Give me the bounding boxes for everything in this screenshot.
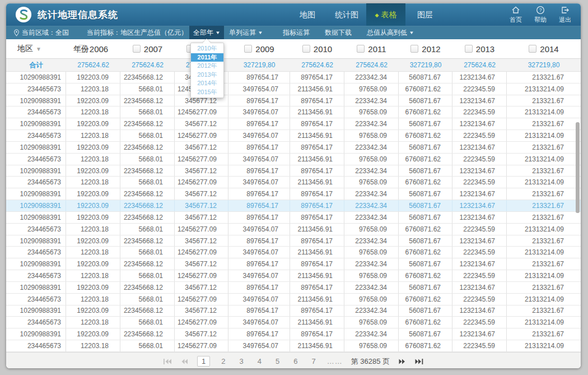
home-button[interactable]: 首页	[506, 6, 526, 24]
year-column-header[interactable]: 2014	[507, 44, 581, 54]
cell: 192203.09	[66, 95, 120, 107]
cell: 897654.17	[228, 328, 290, 340]
year-checkbox[interactable]	[133, 45, 141, 53]
logout-button[interactable]: 退出	[555, 6, 575, 24]
table-row[interactable]: 234465673 12203.18 5668.01 12456277.09 3…	[6, 107, 581, 118]
page-number[interactable]: 2	[218, 357, 228, 366]
year-dropdown-item[interactable]: 2011年	[191, 53, 223, 62]
next-page-button[interactable]	[398, 358, 406, 365]
year-column-header[interactable]: 2007	[120, 44, 175, 54]
cell: 192203.09	[66, 212, 120, 223]
year-dropdown-item[interactable]: 2010年	[191, 44, 223, 53]
table-row[interactable]: 10290988391 192203.09 22345668.12 345677…	[6, 235, 581, 247]
table-row[interactable]: 234465673 12203.18 5668.01 12456277.09 3…	[6, 317, 581, 328]
cell: 22345668.12	[120, 212, 175, 223]
nav-tab[interactable]: ◆表格	[366, 3, 405, 26]
vertical-scrollbar-thumb[interactable]	[576, 122, 580, 213]
year-checkbox[interactable]	[465, 45, 473, 53]
cell: 2113456.91	[290, 84, 344, 95]
data-download-button[interactable]: 数据下载	[325, 26, 352, 39]
cell: 223342.34	[344, 72, 399, 83]
year-checkbox[interactable]	[244, 45, 252, 53]
year-column-header[interactable]: 2009	[228, 44, 290, 54]
active-tab-diamond-icon: ◆	[375, 12, 379, 18]
last-page-button[interactable]	[414, 358, 424, 365]
table-row[interactable]: 234465673 12203.18 5668.01 12456277.09 3…	[6, 130, 581, 142]
year-column-header[interactable]: 2013	[452, 44, 507, 54]
table-row[interactable]: 10290988391 192203.09 22345668.12 345677…	[6, 95, 581, 107]
pagination-bar: 1 2 3 4 5 6 7 …… 第 36285 页	[6, 352, 581, 368]
cell: 1232134.67	[452, 72, 507, 83]
year-column-header[interactable]: 2012	[399, 44, 452, 54]
cell: 213321.67	[507, 212, 581, 223]
cell: 897654.17	[228, 95, 290, 107]
cell: 12456277.09	[175, 270, 228, 281]
page-number[interactable]: 5	[273, 357, 282, 366]
cell: 12203.18	[66, 247, 120, 258]
first-page-button[interactable]	[163, 358, 172, 365]
cell-region: 234465673	[6, 340, 66, 351]
table-row[interactable]: 10290988391 192203.09 22345668.12 345677…	[6, 188, 581, 200]
year-dropdown-item[interactable]: 2013年	[191, 71, 223, 80]
region-column-header[interactable]: 地区▼	[6, 44, 66, 54]
cell: 12203.18	[66, 177, 120, 188]
column-operation-button[interactable]: 单列运算▼	[229, 26, 263, 39]
year-column-header[interactable]: 2011	[344, 44, 399, 54]
table-row[interactable]: 234465673 12203.18 5668.01 12456277.09 3…	[6, 84, 581, 95]
table-row[interactable]: 10290988391 192203.09 22345668.12 345677…	[6, 212, 581, 224]
indicator-operation-button[interactable]: 指标运算	[283, 26, 310, 39]
table-row[interactable]: 234465673 12203.18 5668.01 12456277.09 3…	[6, 340, 581, 352]
table-row[interactable]: 10290988391 192203.09 22345668.12 345677…	[6, 258, 581, 270]
cell: 897654.17	[228, 212, 290, 223]
cell: 345677.12	[175, 235, 228, 247]
table-row[interactable]: 234465673 12203.18 5668.01 12456277.09 3…	[6, 270, 581, 282]
cell: 897654.17	[228, 258, 290, 270]
year-column-header[interactable]: 2010	[290, 44, 344, 54]
year-filter-button[interactable]: 全部年▼	[189, 26, 224, 39]
cell: 22345668.12	[120, 328, 175, 340]
caret-down-icon: ▼	[215, 26, 221, 40]
table-row[interactable]: 234465673 12203.18 5668.01 12456277.09 3…	[6, 247, 581, 258]
year-dropdown-item[interactable]: 2015年	[191, 88, 223, 97]
cell: 192203.09	[66, 328, 120, 340]
year-checkbox[interactable]	[410, 45, 418, 53]
cell: 21313214.09	[507, 247, 581, 258]
page-number[interactable]: 3	[236, 357, 246, 366]
table-row[interactable]: 10290988391 192203.09 22345668.12 345677…	[6, 118, 581, 130]
page-number[interactable]: 7	[309, 357, 318, 366]
prev-page-button[interactable]	[181, 358, 189, 365]
page-number[interactable]: 4	[255, 357, 264, 366]
table-row[interactable]: 234465673 12203.18 5668.01 12456277.09 3…	[6, 177, 581, 188]
table-row[interactable]: 10290988391 192203.09 22345668.12 345677…	[6, 328, 581, 340]
table-row[interactable]: 234465673 12203.18 5668.01 12456277.09 3…	[6, 154, 581, 165]
table-row[interactable]: 10290988391 192203.09 22345668.12 345677…	[6, 142, 581, 154]
cell: 222345.59	[452, 107, 507, 118]
top-right-actions: 首页 ? 帮助 退出	[506, 6, 575, 24]
table-row[interactable]: 234465673 12203.18 5668.01 12456277.09 3…	[6, 294, 581, 305]
year-checkbox[interactable]	[529, 45, 536, 53]
page-number[interactable]: 1	[197, 356, 210, 367]
cell: 12456277.09	[175, 294, 228, 305]
table-row[interactable]: 10290988391 192203.09 22345668.12 345677…	[6, 305, 581, 317]
cell: 345677.12	[175, 305, 228, 317]
table-row[interactable]: 234465673 12203.18 5668.01 12456277.09 3…	[6, 224, 581, 235]
sort-order-button[interactable]: 总值从高到低▼	[367, 26, 414, 39]
cell: 6760871.62	[399, 317, 452, 328]
cell: 12203.18	[66, 224, 120, 235]
year-checkbox[interactable]	[302, 45, 310, 53]
year-dropdown-item[interactable]: 2014年	[191, 79, 223, 88]
cell-region: 10290988391	[6, 235, 66, 247]
table-row[interactable]: 10290988391 192203.09 22345668.12 345677…	[6, 282, 581, 294]
table-row[interactable]: 10290988391 192203.09 22345668.12 345677…	[6, 72, 581, 84]
table-row[interactable]: 10290988391 192203.09 22345668.12 345677…	[6, 200, 581, 212]
year-checkbox[interactable]	[357, 45, 365, 53]
table-row[interactable]: 10290988391 192203.09 22345668.12 345677…	[6, 165, 581, 177]
cell: 223342.34	[344, 258, 399, 270]
help-button[interactable]: ? 帮助	[530, 6, 550, 24]
year-dropdown-item[interactable]: 2012年	[191, 62, 223, 71]
nav-tab[interactable]: ◆图层	[405, 3, 445, 26]
nav-tab[interactable]: ◆统计图	[327, 3, 366, 26]
page-number[interactable]: 6	[291, 357, 300, 366]
cell: 223342.34	[344, 188, 399, 200]
nav-tab[interactable]: ◆地图	[288, 3, 327, 26]
